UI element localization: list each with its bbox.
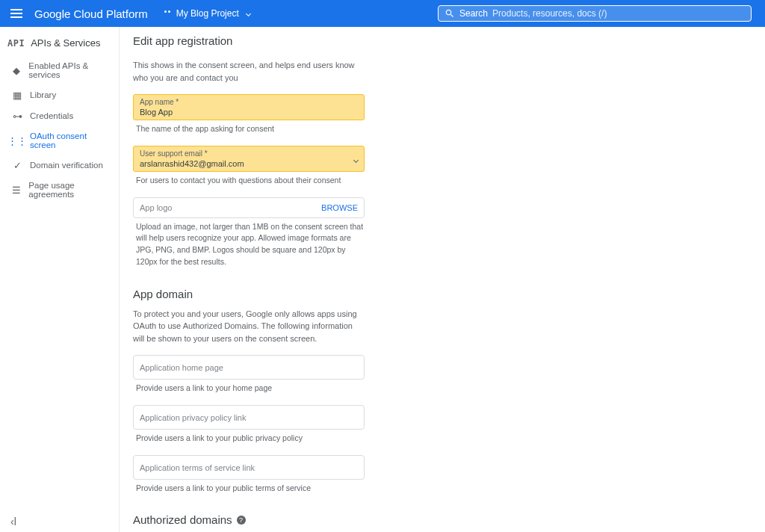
page-icon: ☰ xyxy=(12,185,21,195)
browse-button[interactable]: BROWSE xyxy=(321,203,358,212)
tos-placeholder: Application terms of service link xyxy=(140,463,255,472)
app-logo-field[interactable]: App logo BROWSE xyxy=(133,197,365,218)
app-name-field[interactable]: App name * Blog App xyxy=(133,94,365,120)
app-domain-title: App domain xyxy=(133,288,365,300)
sidebar-item-label: Enabled APIs & services xyxy=(28,61,111,79)
sidebar-collapse[interactable]: ‹l xyxy=(10,516,16,528)
app-domain-intro: To protect you and your users, Google on… xyxy=(133,308,365,345)
page-title: Edit app registration xyxy=(133,34,752,47)
key-icon: ⊶ xyxy=(12,111,22,121)
sidebar-item-credentials[interactable]: ⊶ Credentials xyxy=(0,105,119,126)
app-name-hint: The name of the app asking for consent xyxy=(133,123,365,135)
app-logo-placeholder: App logo xyxy=(140,203,172,212)
platform-name: Google Cloud Platform xyxy=(34,7,148,20)
search-input[interactable]: Search Products, resources, docs (/) xyxy=(438,5,752,22)
sidebar-item-domain-verification[interactable]: ✓ Domain verification xyxy=(0,155,119,176)
sidebar-item-label: OAuth consent screen xyxy=(30,132,111,149)
main-content: Edit app registration This shows in the … xyxy=(120,27,765,532)
support-email-field[interactable]: User support email * arslanrashid432@gma… xyxy=(133,146,365,172)
search-placeholder: Products, resources, docs (/) xyxy=(492,8,607,19)
sidebar-item-library[interactable]: ▦ Library xyxy=(0,84,119,105)
sidebar-item-label: Library xyxy=(30,90,56,99)
sidebar-title: APIs & Services xyxy=(31,37,100,49)
sidebar-title-row: API APIs & Services xyxy=(0,33,119,56)
tos-hint: Provide users a link to your public term… xyxy=(133,483,365,495)
privacy-input[interactable]: Application privacy policy link xyxy=(133,405,365,430)
support-email-label: User support email * xyxy=(140,149,358,158)
search-icon xyxy=(445,8,455,19)
sidebar-item-label: Credentials xyxy=(30,111,73,120)
sidebar: API APIs & Services ◆ Enabled APIs & ser… xyxy=(0,27,120,532)
project-selector[interactable]: My Blog Project xyxy=(163,8,250,19)
tos-input[interactable]: Application terms of service link xyxy=(133,455,365,480)
grid-icon: ▦ xyxy=(12,90,22,100)
app-name-value: Blog App xyxy=(140,108,358,117)
support-email-value: arslanrashid432@gmail.com xyxy=(140,159,358,168)
search-label: Search xyxy=(459,8,488,19)
diamond-icon: ◆ xyxy=(12,65,21,75)
authorized-domains-title: Authorized domains ? xyxy=(133,513,365,526)
support-email-hint: For users to contact you with questions … xyxy=(133,175,365,187)
project-name: My Blog Project xyxy=(176,8,239,19)
check-icon: ✓ xyxy=(12,160,22,170)
app-header: Google Cloud Platform My Blog Project Se… xyxy=(0,0,765,27)
help-icon[interactable]: ? xyxy=(237,516,246,525)
home-page-placeholder: Application home page xyxy=(140,363,223,372)
sidebar-item-enabled-apis[interactable]: ◆ Enabled APIs & services xyxy=(0,56,119,84)
sidebar-item-label: Page usage agreements xyxy=(28,181,111,199)
app-name-label: App name * xyxy=(140,98,358,106)
sidebar-item-oauth-consent[interactable]: ⋮⋮ OAuth consent screen xyxy=(0,126,119,155)
privacy-hint: Provide users a link to your public priv… xyxy=(133,433,365,445)
api-icon: API xyxy=(7,38,25,49)
consent-icon: ⋮⋮ xyxy=(12,135,22,146)
sidebar-item-page-usage[interactable]: ☰ Page usage agreements xyxy=(0,176,119,204)
intro-text: This shows in the consent screen, and he… xyxy=(133,59,365,84)
home-page-hint: Provide users a link to your home page xyxy=(133,383,365,395)
menu-icon[interactable] xyxy=(7,4,25,22)
project-icon xyxy=(163,9,172,18)
sidebar-item-label: Domain verification xyxy=(30,161,103,170)
privacy-placeholder: Application privacy policy link xyxy=(140,413,246,422)
chevron-down-icon xyxy=(246,10,251,16)
app-logo-hint: Upload an image, not larger than 1MB on … xyxy=(133,221,365,268)
home-page-input[interactable]: Application home page xyxy=(133,355,365,380)
